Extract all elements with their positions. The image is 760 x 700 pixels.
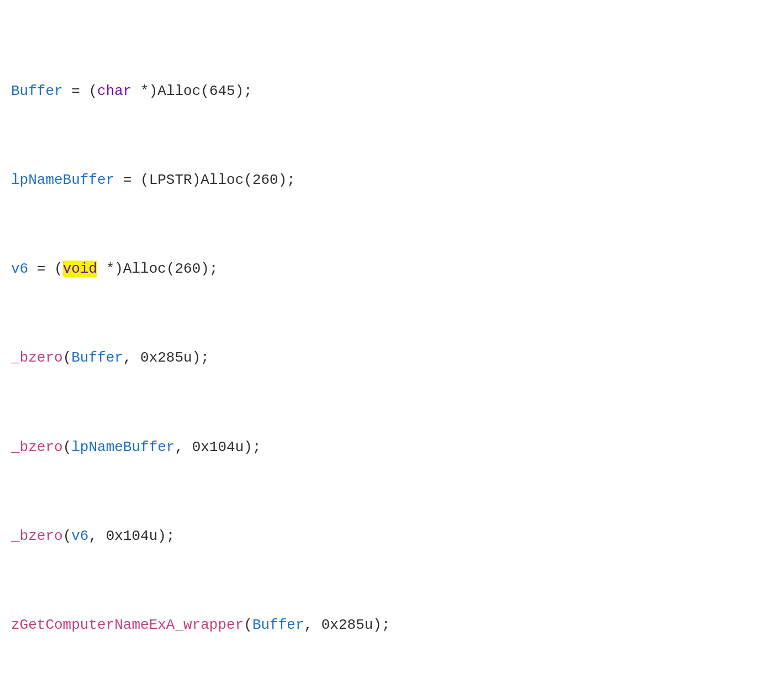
code-block: Buffer = (char *)Alloc(645); lpNameBuffe… [11, 13, 749, 700]
token: ( [63, 349, 72, 366]
token: , 0x285u); [304, 617, 390, 633]
token: *)Alloc(260); [97, 261, 218, 277]
token-void-highlight: void [63, 261, 97, 277]
code-line-5: _bzero(lpNameBuffer, 0x104u); [11, 436, 749, 458]
token: v6 [71, 528, 88, 544]
token: ( [63, 528, 72, 544]
token: ( [244, 617, 252, 633]
token: = ( [63, 83, 97, 99]
token: zGetComputerNameExA_wrapper [11, 617, 244, 633]
token: , 0x104u); [175, 439, 261, 455]
token: Buffer [11, 83, 63, 99]
token: , 0x104u); [88, 528, 175, 544]
token: Buffer [71, 349, 123, 366]
token: lpNameBuffer [11, 172, 114, 188]
token: = ( [28, 261, 62, 277]
token: Buffer [252, 617, 304, 633]
token: ( [63, 439, 72, 455]
token: v6 [11, 261, 28, 277]
code-line-1: Buffer = (char *)Alloc(645); [11, 80, 749, 102]
token: _bzero [11, 439, 63, 455]
token: , 0x285u); [123, 349, 209, 366]
token: = (LPSTR)Alloc(260); [114, 172, 295, 188]
token: *)Alloc(645); [131, 83, 252, 99]
token: _bzero [11, 349, 63, 366]
code-line-3: v6 = (void *)Alloc(260); [11, 258, 749, 280]
token: lpNameBuffer [71, 439, 175, 455]
token: _bzero [11, 528, 63, 544]
code-line-6: _bzero(v6, 0x104u); [11, 525, 749, 547]
code-line-7: zGetComputerNameExA_wrapper(Buffer, 0x28… [11, 614, 749, 636]
token: char [97, 83, 131, 99]
code-line-2: lpNameBuffer = (LPSTR)Alloc(260); [11, 169, 749, 191]
code-line-4: _bzero(Buffer, 0x285u); [11, 347, 749, 369]
